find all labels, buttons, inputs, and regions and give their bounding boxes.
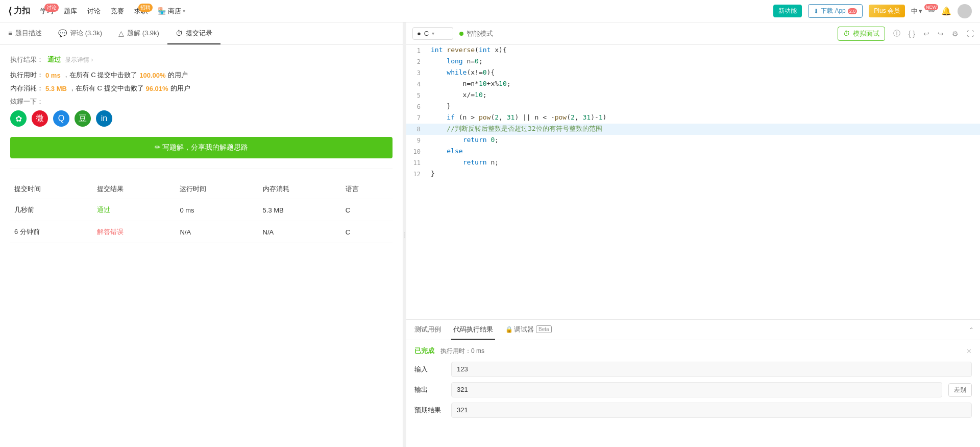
expected-row: 预期结果 321	[414, 403, 972, 418]
code-format-icon[interactable]: { }	[909, 30, 915, 38]
edit-icon-button[interactable]: ✏ NEW	[928, 6, 935, 16]
nav-item-learn[interactable]: 学习 讨论	[40, 7, 54, 16]
exec-mem-row: 内存消耗： 5.3 MB ，在所有 C 提交中击败了 96.01% 的用户	[10, 84, 393, 93]
code-line: 7 if (n > pow(2, 31) || n < -pow(2, 31)-…	[406, 112, 980, 124]
nav-item-jobs[interactable]: 求职 招聘	[134, 7, 148, 16]
code-line: 12}	[406, 169, 980, 180]
output-value: 321	[451, 382, 942, 397]
tab-test-cases[interactable]: 测试用例	[412, 320, 443, 340]
expand-button[interactable]: ⌃	[969, 326, 974, 334]
left-content: 执行结果： 通过 显示详情 › 执行用时： 0 ms ，在所有 C 提交中击败了…	[0, 45, 403, 447]
col-header-lang: 语言	[341, 179, 393, 199]
settings-icon[interactable]: ⚙	[952, 30, 959, 38]
editor-right-tools: ⏱ 模拟面试 ⓘ { } ↩ ↪ ⚙ ⛶	[838, 27, 974, 41]
share-wechat-button[interactable]: ✿	[10, 110, 27, 127]
nav-item-contest[interactable]: 竞赛	[111, 7, 124, 16]
exec-result-row: 执行结果： 通过 显示详情 ›	[10, 55, 393, 64]
smart-mode-label: 智能模式	[467, 29, 493, 38]
tab-code-execution[interactable]: 代码执行结果	[451, 320, 495, 340]
table-row: 6 分钟前 解答错误 N/A N/A C	[10, 221, 393, 243]
share-linkedin-button[interactable]: in	[96, 110, 112, 127]
smart-mode-toggle[interactable]: 智能模式	[459, 29, 493, 38]
fullscreen-icon[interactable]: ⛶	[967, 30, 974, 38]
share-section: 炫耀一下： ✿ 微 Q 豆 in	[10, 97, 393, 127]
code-editor[interactable]: 1int reverse(int x){2 long n=0;3 while(x…	[406, 45, 980, 319]
col-header-time: 提交时间	[10, 179, 93, 199]
input-value: 123	[451, 362, 972, 377]
write-solution-button[interactable]: ✏ 写题解，分享我的解题思路	[10, 137, 393, 158]
nav-item-shop[interactable]: 🏪 商店 ▾	[158, 7, 185, 16]
close-result-button[interactable]: ✕	[966, 347, 972, 355]
col-header-runtime: 运行时间	[176, 179, 258, 199]
download-app-button[interactable]: ⬇ 下载 App 2.0	[808, 4, 863, 18]
show-detail-link[interactable]: 显示详情 ›	[65, 56, 93, 64]
nav-item-problems[interactable]: 题库	[64, 7, 77, 16]
logo-text: 力扣	[14, 6, 30, 16]
diff-button[interactable]: 差别	[948, 383, 972, 397]
redo-icon[interactable]: ↪	[938, 30, 944, 38]
tab-comments[interactable]: 💬 评论 (3.3k)	[50, 22, 110, 44]
left-panel: ≡ 题目描述 💬 评论 (3.3k) △ 题解 (3.9k) ⏱ 提交记录 执行…	[0, 22, 403, 447]
code-line: 1int reverse(int x){	[406, 45, 980, 56]
exec-time-row: 执行用时： 0 ms ，在所有 C 提交中击败了 100.00% 的用户	[10, 70, 393, 80]
download-badge: 2.0	[848, 8, 857, 14]
expected-label: 预期结果	[414, 406, 445, 415]
section-divider	[10, 169, 393, 169]
bottom-tabs: 测试用例 代码执行结果 🔒调试器 Beta ⌃	[406, 320, 980, 340]
share-douban-button[interactable]: 豆	[75, 110, 91, 127]
new-feature-button[interactable]: 新功能	[773, 5, 802, 17]
notification-button[interactable]: 🔔	[941, 6, 951, 16]
code-line: 9 return 0;	[406, 135, 980, 146]
lang-dropdown[interactable]: ● C ▾	[412, 27, 453, 40]
code-line: 4 n=n*10+x%10;	[406, 79, 980, 90]
info-icon[interactable]: ⓘ	[893, 29, 900, 38]
beta-badge: Beta	[536, 325, 552, 333]
tab-submissions[interactable]: ⏱ 提交记录	[167, 22, 220, 44]
code-line: 5 x/=10;	[406, 90, 980, 101]
input-label: 输入	[414, 365, 445, 374]
smart-mode-dot	[459, 32, 463, 36]
avatar[interactable]	[958, 4, 972, 18]
logo[interactable]: ⟨ 力扣	[8, 6, 30, 17]
exec-complete-label: 已完成	[414, 346, 434, 356]
undo-icon[interactable]: ↩	[923, 30, 929, 38]
left-tabs: ≡ 题目描述 💬 评论 (3.3k) △ 题解 (3.9k) ⏱ 提交记录	[0, 22, 403, 45]
edit-badge: NEW	[924, 4, 938, 10]
tab-description[interactable]: ≡ 题目描述	[0, 22, 50, 44]
code-line: 11 return n;	[406, 157, 980, 169]
code-line: 8 //判断反转后整数是否超过32位的有符号整数的范围	[406, 124, 980, 135]
bottom-panel: 测试用例 代码执行结果 🔒调试器 Beta ⌃ 已完成 执行用时：0 ms ✕ …	[406, 319, 980, 447]
share-icons: ✿ 微 Q 豆 in	[10, 110, 393, 127]
plus-member-button[interactable]: Plus 会员	[869, 5, 905, 17]
code-line: 3 while(x!=0){	[406, 67, 980, 79]
table-row: 几秒前 通过 0 ms 5.3 MB C	[10, 199, 393, 221]
tab-debugger[interactable]: 🔒调试器 Beta	[503, 320, 554, 340]
nav-badge-jobs: 招聘	[138, 4, 153, 12]
exec-mem-value: 5.3 MB	[45, 85, 67, 92]
simulate-button[interactable]: ⏱ 模拟面试	[838, 27, 885, 41]
exec-bottom-content: 已完成 执行用时：0 ms ✕ 输入 123 输出 321 差别 预期结果 32…	[406, 340, 980, 429]
output-row: 输出 321 差别	[414, 382, 972, 397]
exec-time-label: 执行用时：0 ms	[440, 347, 484, 356]
share-qq-button[interactable]: Q	[53, 110, 69, 127]
code-line: 2 long n=0;	[406, 56, 980, 67]
right-panel: ● C ▾ 智能模式 ⏱ 模拟面试 ⓘ { } ↩ ↪ ⚙ ⛶	[406, 22, 980, 447]
col-header-result: 提交结果	[93, 179, 176, 199]
share-label: 炫耀一下：	[10, 97, 393, 106]
top-nav: ⟨ 力扣 学习 讨论 题库 讨论 竞赛 求职 招聘 🏪 商店 ▾ 新功能 ⬇ 下…	[0, 0, 980, 22]
editor-header: ● C ▾ 智能模式 ⏱ 模拟面试 ⓘ { } ↩ ↪ ⚙ ⛶	[406, 22, 980, 45]
code-line: 10 else	[406, 146, 980, 157]
nav-right: 新功能 ⬇ 下载 App 2.0 Plus 会员 中 ▾ ✏ NEW 🔔	[773, 4, 972, 18]
share-weibo-button[interactable]: 微	[32, 110, 48, 127]
exec-status[interactable]: 通过	[47, 55, 61, 64]
exec-status-row: 已完成 执行用时：0 ms ✕	[414, 346, 972, 356]
drag-dots	[404, 232, 405, 238]
col-header-memory: 内存消耗	[259, 179, 341, 199]
lang-selector[interactable]: 中 ▾	[911, 7, 922, 16]
main-container: ≡ 题目描述 💬 评论 (3.3k) △ 题解 (3.9k) ⏱ 提交记录 执行…	[0, 22, 980, 447]
exec-time-pct: 100.00%	[139, 72, 165, 79]
code-line: 6 }	[406, 101, 980, 112]
submissions-table: 提交时间 提交结果 运行时间 内存消耗 语言 几秒前 通过 0 ms 5.3 M…	[10, 179, 393, 243]
nav-item-discuss[interactable]: 讨论	[87, 7, 101, 16]
tab-solutions[interactable]: △ 题解 (3.9k)	[110, 22, 167, 44]
